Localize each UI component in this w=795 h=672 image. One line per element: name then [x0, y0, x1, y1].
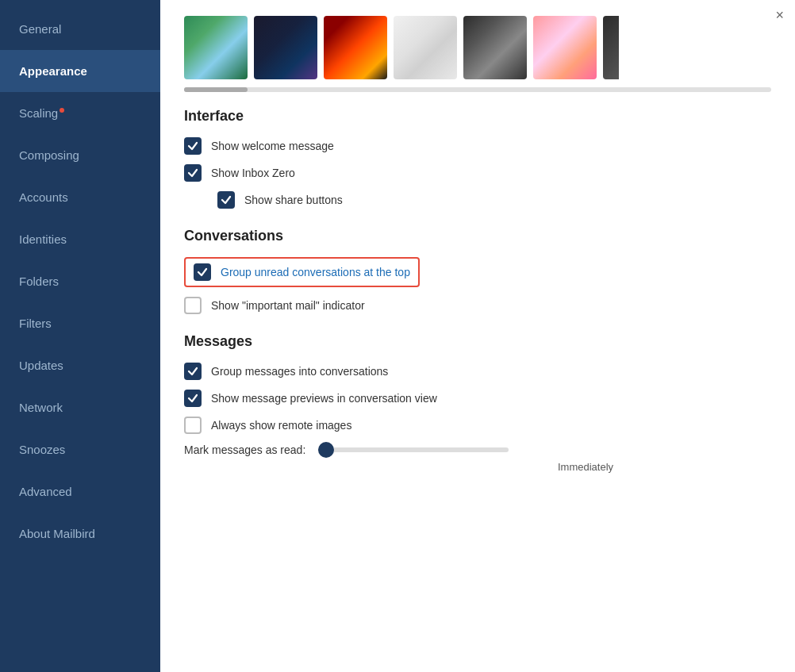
checkmark-welcome: [187, 140, 198, 152]
sidebar-item-composing[interactable]: Composing: [0, 134, 160, 176]
bg-thumb-partial: [603, 16, 619, 79]
scroll-indicator[interactable]: [184, 87, 771, 92]
checkmark-group-messages: [187, 366, 198, 377]
label-important-mail: Show "important mail" indicator: [211, 299, 365, 312]
slider-thumb[interactable]: [318, 442, 334, 458]
bg-thumb-4[interactable]: [394, 16, 457, 79]
scroll-indicator-thumb: [184, 87, 248, 92]
interface-title: Interface: [184, 108, 771, 125]
checkbox-important-mail[interactable]: [184, 297, 202, 314]
label-message-previews: Show message previews in conversation vi…: [211, 392, 437, 405]
sidebar-item-snoozes-label: Snoozes: [19, 443, 65, 456]
bg-thumb-6[interactable]: [533, 16, 597, 79]
messages-section: Messages Group messages into conversatio…: [184, 333, 771, 473]
label-welcome: Show welcome message: [211, 140, 334, 152]
settings-window: × General Appearance Scaling Composing A…: [0, 0, 795, 672]
sidebar-item-advanced[interactable]: Advanced: [0, 470, 160, 513]
label-group-unread: Group unread conversations at the top: [221, 266, 410, 278]
checkbox-row-inbox-zero: Show Inbox Zero: [184, 164, 771, 182]
sidebar-item-composing-label: Composing: [19, 148, 79, 162]
sidebar-item-folders[interactable]: Folders: [0, 260, 160, 302]
checkbox-message-previews[interactable]: [184, 390, 202, 407]
checkbox-group-unread[interactable]: [194, 263, 211, 281]
conversations-title: Conversations: [184, 228, 771, 244]
sidebar-item-about[interactable]: About Mailbird: [0, 513, 160, 555]
interface-section: Interface Show welcome message Show Inbo…: [184, 108, 771, 209]
sidebar-item-advanced-label: Advanced: [19, 485, 72, 498]
checkbox-row-important-mail: Show "important mail" indicator: [184, 297, 771, 314]
checkbox-group-messages[interactable]: [184, 363, 202, 380]
checkbox-row-share-buttons: Show share buttons: [184, 191, 771, 209]
bg-thumb-3[interactable]: [324, 16, 387, 79]
conversations-section: Conversations Group unread conversations…: [184, 228, 771, 314]
checkbox-remote-images[interactable]: [184, 417, 202, 434]
messages-title: Messages: [184, 333, 771, 350]
checkbox-welcome[interactable]: [184, 137, 202, 155]
checkbox-row-message-previews: Show message previews in conversation vi…: [184, 390, 771, 407]
sidebar-item-about-label: About Mailbird: [19, 527, 95, 540]
sidebar-item-scaling-label: Scaling: [19, 106, 58, 120]
label-group-messages: Group messages into conversations: [211, 365, 388, 378]
sidebar-item-appearance-label: Appearance: [19, 64, 87, 78]
slider-value: Immediately: [558, 461, 613, 473]
bg-thumb-2[interactable]: [254, 16, 317, 79]
sidebar-item-scaling[interactable]: Scaling: [0, 92, 160, 134]
main-content: Interface Show welcome message Show Inbo…: [160, 0, 795, 672]
label-remote-images: Always show remote images: [211, 419, 351, 432]
sidebar-item-network[interactable]: Network: [0, 386, 160, 428]
sidebar-item-accounts[interactable]: Accounts: [0, 176, 160, 218]
sidebar-item-filters[interactable]: Filters: [0, 302, 160, 344]
sidebar-item-identities[interactable]: Identities: [0, 218, 160, 260]
label-share-buttons: Show share buttons: [244, 194, 343, 206]
checkmark-message-previews: [187, 393, 198, 404]
slider-track[interactable]: [318, 447, 509, 452]
sidebar: General Appearance Scaling Composing Acc…: [0, 0, 160, 672]
checkmark-inbox-zero: [187, 167, 198, 179]
sidebar-item-updates[interactable]: Updates: [0, 344, 160, 386]
checkbox-row-remote-images: Always show remote images: [184, 417, 771, 434]
sidebar-item-identities-label: Identities: [19, 232, 67, 246]
mark-as-read-label: Mark messages as read:: [184, 444, 305, 456]
checkbox-row-group-messages: Group messages into conversations: [184, 363, 771, 380]
backgrounds-row: [184, 0, 771, 87]
sidebar-item-snoozes[interactable]: Snoozes: [0, 428, 160, 470]
slider-value-row: Immediately: [400, 461, 771, 473]
bg-thumb-5[interactable]: [463, 16, 527, 79]
checkbox-inbox-zero[interactable]: [184, 164, 202, 182]
sidebar-item-network-label: Network: [19, 401, 63, 414]
highlighted-group-unread-row: Group unread conversations at the top: [184, 257, 420, 287]
sidebar-item-filters-label: Filters: [19, 317, 52, 330]
sidebar-item-general[interactable]: General: [0, 8, 160, 50]
mark-as-read-row: Mark messages as read:: [184, 444, 771, 456]
checkbox-row-welcome: Show welcome message: [184, 137, 771, 155]
close-button[interactable]: ×: [775, 8, 784, 22]
bg-thumb-1[interactable]: [184, 16, 248, 79]
label-inbox-zero: Show Inbox Zero: [211, 167, 295, 179]
sidebar-item-folders-label: Folders: [19, 275, 59, 288]
sidebar-item-appearance[interactable]: Appearance: [0, 50, 160, 92]
sidebar-item-updates-label: Updates: [19, 359, 63, 372]
checkmark-group-unread: [197, 267, 208, 278]
sidebar-item-general-label: General: [19, 22, 61, 36]
checkbox-share-buttons[interactable]: [217, 191, 235, 209]
scaling-dot: [60, 108, 64, 113]
checkmark-share-buttons: [221, 194, 232, 205]
sidebar-item-accounts-label: Accounts: [19, 190, 68, 204]
